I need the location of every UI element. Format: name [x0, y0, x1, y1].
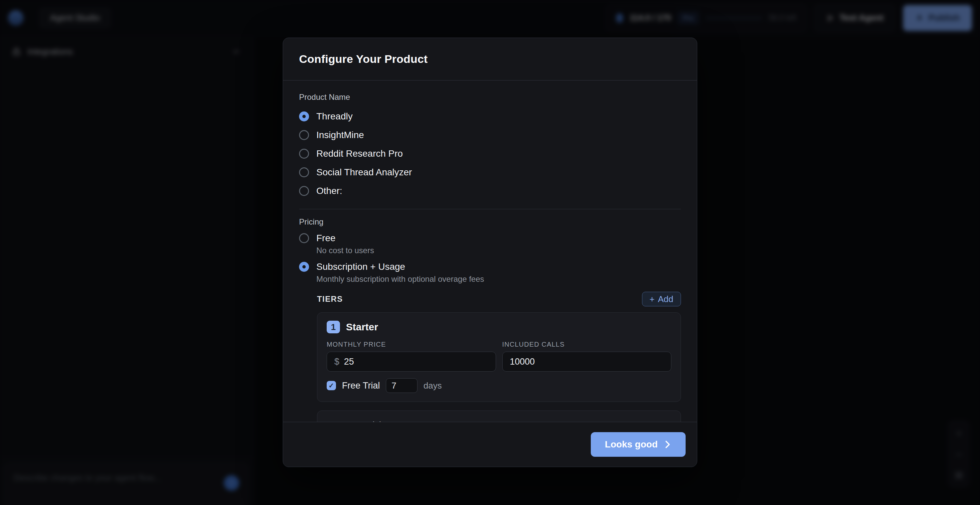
tier-number-badge: 1: [327, 321, 340, 333]
modal-header: Configure Your Product: [283, 38, 697, 81]
pricing-label: Pricing: [299, 217, 681, 226]
radio-unselected[interactable]: [299, 130, 309, 140]
pricing-option-subscription-usage[interactable]: Subscription + Usage Monthly subscriptio…: [299, 259, 681, 284]
product-name-label: Product Name: [299, 92, 681, 102]
monthly-price-field: MONTHLY PRICE $ 25: [327, 341, 496, 371]
monthly-price-label: MONTHLY PRICE: [327, 341, 496, 348]
radio-option-label: Reddit Research Pro: [317, 148, 403, 159]
radio-unselected[interactable]: [299, 167, 309, 177]
product-name-options: Threadly InsightMine Reddit Research Pro…: [299, 107, 681, 200]
pricing-option-description: Monthly subscription with optional overa…: [317, 274, 681, 284]
pricing-option-description: No cost to users: [317, 246, 681, 255]
app-screen: Agent Studio 114.0 / 170 Pro 56.0 left: [0, 0, 980, 505]
modal-body: Product Name Threadly InsightMine Reddit…: [283, 81, 697, 422]
check-icon: ✓: [329, 382, 334, 390]
included-calls-field: INCLUDED CALLS 10000: [502, 341, 671, 371]
configure-product-modal: Configure Your Product Product Name Thre…: [283, 38, 697, 467]
pricing-option-label: Free: [317, 233, 336, 244]
add-tier-button[interactable]: + Add: [642, 292, 681, 306]
included-calls-input[interactable]: 10000: [502, 352, 671, 371]
free-trial-days-input[interactable]: 7: [386, 378, 417, 393]
looks-good-label: Looks good: [605, 439, 658, 450]
included-calls-value: 10000: [510, 357, 535, 367]
radio-option-other[interactable]: Other:: [299, 182, 681, 200]
monthly-price-input[interactable]: $ 25: [327, 352, 496, 371]
section-divider: [299, 209, 681, 209]
radio-unselected[interactable]: [299, 233, 309, 243]
monthly-price-value: 25: [344, 357, 354, 367]
overage-pricing-card: Overage Pricing: [317, 411, 681, 422]
tier-card-starter: 1 Starter MONTHLY PRICE $ 25 INCLUDED CA…: [317, 312, 681, 402]
radio-unselected[interactable]: [299, 149, 309, 159]
radio-option-label: Threadly: [317, 111, 353, 122]
radio-option-social-thread-analyzer[interactable]: Social Thread Analyzer: [299, 163, 681, 182]
days-label: days: [423, 381, 442, 391]
looks-good-button[interactable]: Looks good: [591, 432, 686, 457]
included-calls-label: INCLUDED CALLS: [502, 341, 671, 348]
tiers-header: TIERS + Add: [317, 292, 681, 306]
free-trial-row: ✓ Free Trial 7 days: [327, 378, 671, 393]
pricing-option-main[interactable]: Free: [299, 231, 681, 246]
tier-fields: MONTHLY PRICE $ 25 INCLUDED CALLS 10000: [327, 341, 671, 371]
radio-option-label: Social Thread Analyzer: [317, 167, 412, 178]
radio-option-insightmine[interactable]: InsightMine: [299, 126, 681, 144]
modal-title: Configure Your Product: [299, 53, 681, 65]
radio-option-label: Other:: [317, 186, 342, 196]
tier-title-row: 1 Starter: [327, 321, 671, 333]
add-tier-label: Add: [658, 294, 673, 304]
radio-option-threadly[interactable]: Threadly: [299, 107, 681, 126]
tiers-label: TIERS: [317, 295, 343, 304]
radio-option-label: InsightMine: [317, 130, 364, 140]
pricing-option-free[interactable]: Free No cost to users: [299, 231, 681, 255]
chevron-right-icon: [663, 440, 671, 449]
radio-selected[interactable]: [299, 262, 309, 272]
pricing-option-main[interactable]: Subscription + Usage: [299, 259, 681, 274]
modal-footer: Looks good: [283, 422, 697, 467]
currency-prefix: $: [334, 357, 339, 367]
free-trial-days-value: 7: [391, 381, 396, 391]
tier-name: Starter: [346, 321, 378, 333]
pricing-option-label: Subscription + Usage: [317, 261, 405, 272]
free-trial-label: Free Trial: [342, 381, 380, 391]
free-trial-checkbox[interactable]: ✓: [327, 381, 336, 390]
radio-option-reddit-research-pro[interactable]: Reddit Research Pro: [299, 144, 681, 163]
plus-icon: +: [650, 294, 655, 304]
radio-unselected[interactable]: [299, 186, 309, 196]
radio-selected[interactable]: [299, 112, 309, 121]
